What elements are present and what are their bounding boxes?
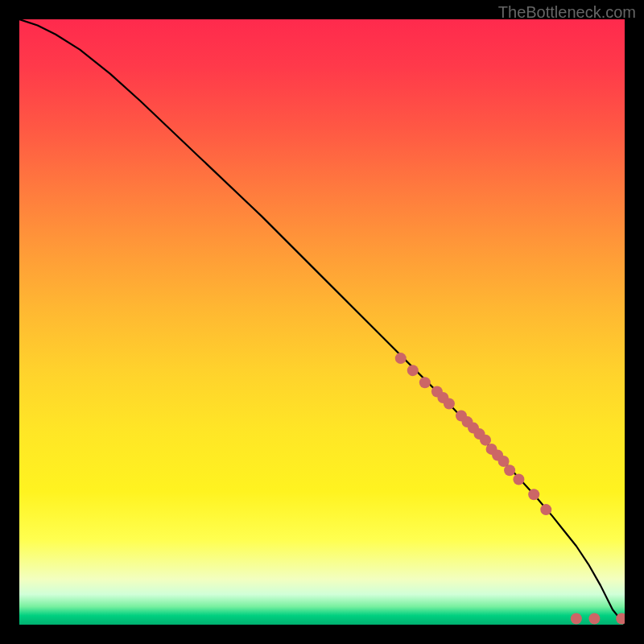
data-point (571, 613, 582, 624)
chart-svg (19, 19, 625, 625)
plot-area (19, 19, 625, 625)
curve-line (19, 19, 625, 625)
data-point (504, 464, 515, 476)
data-point (588, 613, 600, 624)
data-point (513, 474, 524, 485)
data-point (407, 365, 419, 376)
data-point (419, 377, 431, 388)
watermark-text: TheBottleneck.com (498, 3, 636, 22)
data-point (540, 504, 551, 515)
data-point (395, 353, 407, 364)
data-point (444, 398, 455, 410)
data-point (528, 489, 539, 500)
data-markers (395, 353, 625, 624)
